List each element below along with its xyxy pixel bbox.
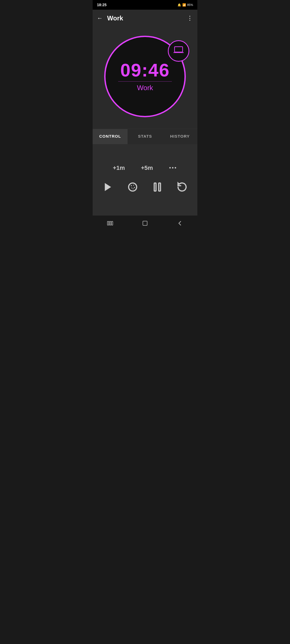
nav-back-button[interactable] <box>173 219 186 228</box>
svg-marker-3 <box>105 183 111 191</box>
overflow-menu-button[interactable]: ⋮ <box>187 15 193 22</box>
battery-text: 85% <box>187 3 193 6</box>
svg-point-4 <box>129 183 137 191</box>
timer-display: 09:46 <box>120 61 170 79</box>
svg-point-7 <box>134 187 135 188</box>
app-bar-left: ← Work <box>97 14 123 22</box>
laptop-icon <box>173 45 184 57</box>
add-1min-button[interactable]: +1m <box>113 164 125 171</box>
play-icon <box>103 182 113 192</box>
control-section: +1m +5m ••• <box>93 144 197 215</box>
signal-icon: 📶 <box>182 3 186 7</box>
page-title: Work <box>107 14 123 22</box>
bottom-nav <box>93 215 197 231</box>
svg-rect-14 <box>111 221 113 225</box>
status-icons: 🔔 📶 85% <box>177 3 193 7</box>
svg-rect-11 <box>159 183 161 191</box>
svg-point-5 <box>131 185 132 186</box>
recents-icon <box>107 220 113 226</box>
back-button[interactable]: ← <box>97 15 103 22</box>
pomodoro-button[interactable] <box>125 179 141 195</box>
reset-icon <box>177 182 187 192</box>
status-time: 18:25 <box>97 3 107 7</box>
home-icon <box>142 220 148 226</box>
status-bar: 18:25 🔔 📶 85% <box>93 0 197 10</box>
svg-rect-2 <box>175 47 183 52</box>
svg-point-9 <box>133 188 133 189</box>
quick-add-row: +1m +5m ••• <box>113 164 177 171</box>
pomodoro-icon <box>127 182 138 192</box>
pause-button[interactable] <box>149 179 165 195</box>
nav-home-button[interactable] <box>139 219 151 228</box>
svg-point-8 <box>131 187 132 188</box>
timer-circle-container: 09:46 Work <box>103 35 187 118</box>
svg-rect-10 <box>154 183 156 191</box>
svg-rect-12 <box>107 221 109 225</box>
play-button[interactable] <box>100 179 116 195</box>
tabs-bar: CONTROL STATS HISTORY <box>93 129 197 144</box>
timer-section: 09:46 Work <box>93 27 197 129</box>
notification-icon: 🔔 <box>177 3 181 7</box>
svg-point-6 <box>133 185 134 185</box>
add-5min-button[interactable]: +5m <box>141 164 153 171</box>
timer-label: Work <box>137 84 153 92</box>
pause-icon <box>152 182 163 192</box>
reset-button[interactable] <box>174 179 190 195</box>
tab-history[interactable]: HISTORY <box>162 129 197 144</box>
svg-rect-13 <box>110 221 111 225</box>
svg-rect-15 <box>143 221 147 225</box>
back-icon <box>177 221 183 226</box>
nav-recents-button[interactable] <box>104 219 117 228</box>
tab-control[interactable]: CONTROL <box>93 129 128 144</box>
more-time-options-button[interactable]: ••• <box>169 165 177 171</box>
timer-divider <box>118 81 172 82</box>
category-icon-badge <box>168 40 189 62</box>
app-bar: ← Work ⋮ <box>93 10 197 27</box>
tab-stats[interactable]: STATS <box>128 129 162 144</box>
control-buttons-row <box>100 179 190 195</box>
